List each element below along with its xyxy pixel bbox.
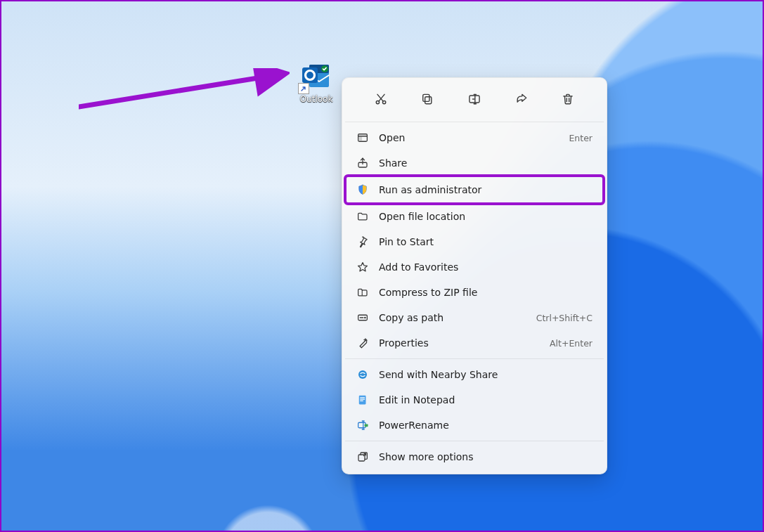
label: Open file location	[379, 211, 593, 222]
outlook-app-icon	[299, 59, 333, 93]
svg-rect-18	[360, 397, 365, 398]
menu-item-properties[interactable]: Properties Alt+Enter	[347, 330, 602, 356]
show-more-icon	[356, 450, 369, 463]
zip-icon	[356, 286, 369, 299]
menu-item-show-more-options[interactable]: Show more options	[347, 444, 602, 469]
delete-button[interactable]	[552, 86, 583, 112]
menu-item-run-as-administrator[interactable]: Run as administrator	[344, 174, 605, 205]
svg-rect-8	[425, 97, 432, 104]
menu-item-open[interactable]: Open Enter	[347, 125, 602, 150]
label: Edit in Notepad	[379, 394, 593, 406]
svg-rect-17	[359, 396, 366, 405]
windows-desktop: Outlook	[0, 0, 764, 532]
annotation-arrow	[79, 68, 290, 110]
label: Copy as path	[379, 312, 526, 323]
shortcut-overlay-icon	[298, 83, 309, 94]
star-icon	[356, 261, 369, 273]
cut-button[interactable]	[365, 86, 396, 112]
trash-icon	[561, 92, 575, 106]
share-button[interactable]	[506, 86, 537, 112]
desktop-icon-outlook[interactable]: Outlook	[295, 59, 337, 104]
label: Show more options	[379, 451, 593, 462]
label: Compress to ZIP file	[379, 287, 593, 298]
svg-line-5	[79, 74, 284, 107]
share-arrow-icon	[514, 92, 529, 106]
menu-item-pin-to-start[interactable]: Pin to Start	[347, 229, 602, 254]
menu-item-compress-to-zip[interactable]: Compress to ZIP file	[347, 280, 602, 305]
svg-rect-20	[360, 401, 363, 401]
wrench-icon	[356, 337, 369, 349]
svg-point-16	[358, 370, 367, 379]
notepad-icon	[356, 394, 369, 406]
menu-item-open-file-location[interactable]: Open file location	[347, 204, 602, 229]
menu-item-nearby-share[interactable]: Send with Nearby Share	[347, 362, 602, 387]
rename-icon	[467, 92, 481, 106]
nearby-share-icon	[356, 368, 369, 381]
label: Run as administrator	[379, 184, 593, 195]
rename-button[interactable]	[459, 86, 490, 112]
folder-icon	[356, 210, 369, 223]
context-menu-icon-row	[347, 82, 602, 119]
label: Pin to Start	[379, 236, 593, 247]
svg-rect-22	[365, 424, 368, 427]
svg-point-15	[365, 317, 365, 318]
label: Open	[379, 132, 559, 143]
share-icon	[356, 157, 369, 169]
shortcut-text: Ctrl+Shift+C	[536, 313, 593, 323]
svg-rect-21	[358, 422, 366, 428]
label: Add to Favorites	[379, 261, 593, 273]
scissors-icon	[374, 92, 388, 106]
shortcut-text: Enter	[569, 133, 593, 143]
label: Share	[379, 157, 593, 169]
copy-path-icon	[356, 311, 369, 324]
label: Properties	[379, 337, 540, 349]
menu-item-share[interactable]: Share	[347, 150, 602, 176]
svg-rect-9	[423, 94, 429, 101]
desktop-icon-label: Outlook	[295, 94, 337, 104]
copy-button[interactable]	[412, 86, 443, 112]
menu-item-edit-in-notepad[interactable]: Edit in Notepad	[347, 387, 602, 413]
svg-rect-19	[360, 399, 365, 400]
menu-item-powerrename[interactable]: PowerRename	[347, 413, 602, 438]
context-menu: Open Enter Share Run as administrator Op…	[342, 77, 607, 474]
label: PowerRename	[379, 420, 593, 431]
separator	[345, 441, 604, 441]
pin-icon	[356, 235, 369, 248]
svg-rect-12	[360, 137, 362, 140]
separator	[345, 358, 604, 359]
menu-item-copy-as-path[interactable]: Copy as path Ctrl+Shift+C	[347, 305, 602, 330]
label: Send with Nearby Share	[379, 369, 593, 380]
open-icon	[356, 131, 369, 144]
shield-admin-icon	[356, 183, 369, 196]
shortcut-text: Alt+Enter	[550, 338, 593, 349]
powerrename-icon	[356, 419, 369, 432]
menu-item-add-to-favorites[interactable]: Add to Favorites	[347, 254, 602, 280]
separator	[345, 122, 604, 122]
copy-icon	[420, 92, 434, 106]
